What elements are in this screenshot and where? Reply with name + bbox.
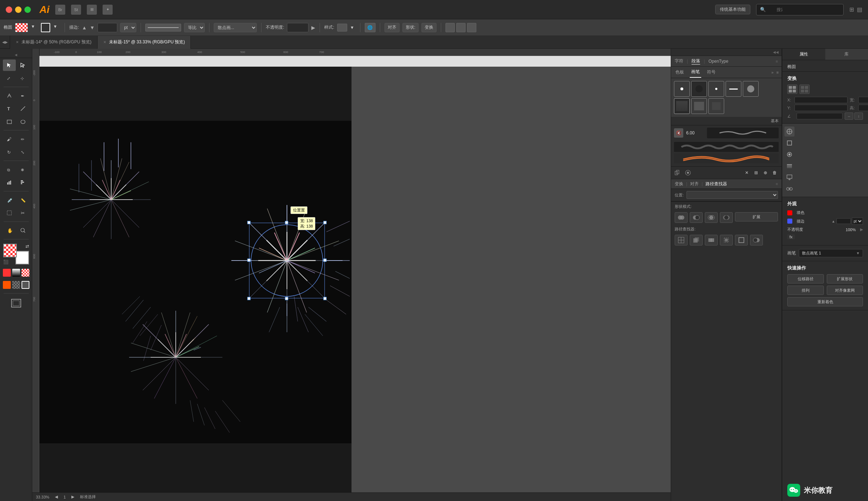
brush-new-icon[interactable]: ⊕ xyxy=(761,169,769,177)
angle-input[interactable]: 354.7 xyxy=(797,113,843,119)
pf-crop-btn[interactable] xyxy=(720,235,733,245)
align-button[interactable]: 对齐 xyxy=(385,23,400,32)
stock-icon[interactable]: St xyxy=(71,5,81,15)
tab-1[interactable]: ✕ 未标题-15* @ 33.33% (RGB/GPU 预览) xyxy=(98,36,191,49)
hand-tool[interactable]: ✋ xyxy=(3,225,16,236)
opacity-arrow-icon2[interactable]: ▶ xyxy=(860,227,863,232)
brush-item-6[interactable] xyxy=(691,98,707,114)
fill-dropdown-icon[interactable]: ▼ xyxy=(31,24,38,31)
brush-delete-icon[interactable]: ✕ xyxy=(743,169,751,177)
opentype-tab[interactable]: OpenType xyxy=(708,59,728,64)
pf-unite-btn[interactable] xyxy=(675,212,688,223)
fill-color[interactable] xyxy=(3,244,17,257)
brush-panel-menu-icon[interactable]: ≡ xyxy=(777,70,779,75)
symbol-tool[interactable]: ❋ xyxy=(16,164,29,175)
stroke-unit-select[interactable]: pt xyxy=(120,23,136,32)
swatch-orange[interactable] xyxy=(3,281,11,289)
flip-h-icon[interactable]: ↔ xyxy=(845,113,853,120)
workspace-button[interactable]: 传统基本功能 xyxy=(715,5,750,14)
swatches-tab[interactable]: 色板 xyxy=(674,67,685,78)
fill-indicator-icon[interactable] xyxy=(787,210,792,215)
panel-expand-icon[interactable]: ◀◀ xyxy=(773,50,779,54)
grid-align-icon[interactable] xyxy=(787,85,797,94)
brush-mute-icon[interactable]: 🔇 xyxy=(674,128,683,138)
opacity-input[interactable]: 100% xyxy=(287,23,308,32)
brush-item-7[interactable] xyxy=(708,98,724,114)
h-input[interactable]: 132.28 xyxy=(858,105,868,111)
brush-selector[interactable]: 散点画笔 1 ▼ xyxy=(799,249,863,257)
brush-item-5[interactable] xyxy=(674,98,690,114)
close-button[interactable] xyxy=(6,6,12,13)
brush-trash-icon[interactable]: 🗑 xyxy=(771,169,779,177)
brush-item-3[interactable] xyxy=(726,81,741,97)
stroke-color[interactable] xyxy=(15,251,29,264)
workspace-switcher-icon[interactable]: ⊞ xyxy=(87,5,97,15)
color-mode-gradient[interactable] xyxy=(12,269,20,277)
blend-tool[interactable]: ⧉ xyxy=(3,164,16,175)
brushes-tab[interactable]: 画笔 xyxy=(690,67,701,78)
opacity-arrow-icon[interactable]: ▶ xyxy=(311,25,315,30)
w-input[interactable]: 132.28 xyxy=(858,97,868,103)
stroke-dropdown-icon[interactable]: ▼ xyxy=(53,24,60,31)
pf-outline-btn[interactable] xyxy=(735,235,748,245)
properties-tab[interactable]: 属性 xyxy=(782,49,825,60)
transform-button[interactable]: 变换 xyxy=(421,23,437,32)
text-panel-menu-icon[interactable]: ≡ xyxy=(776,59,778,63)
position-select[interactable] xyxy=(687,191,778,199)
pf-menu-icon[interactable]: ≡ xyxy=(776,182,778,186)
color-mode-color[interactable] xyxy=(3,269,11,277)
rect-tool[interactable] xyxy=(3,116,16,127)
globe-icon[interactable]: 🌐 xyxy=(365,23,376,32)
minimize-button[interactable] xyxy=(15,6,22,13)
toolbar-collapse[interactable]: ◀ xyxy=(0,52,32,58)
select-tool[interactable] xyxy=(3,59,16,71)
brush-panel-expand-icon[interactable]: » xyxy=(771,70,773,75)
brush-item-1[interactable] xyxy=(691,81,707,97)
btn1-icon[interactable] xyxy=(445,23,455,32)
reset-color-btn[interactable]: 重新着色 xyxy=(787,297,863,306)
tab-close-0[interactable]: ✕ xyxy=(16,40,19,44)
stroke-unit-select2[interactable]: pt xyxy=(852,218,863,225)
align-tab-label[interactable]: 对齐 xyxy=(690,181,699,187)
color-mode-none[interactable] xyxy=(22,269,29,277)
offset-path-btn[interactable]: 位移路径 xyxy=(787,274,824,283)
pencil-tool[interactable]: ✏ xyxy=(16,133,29,145)
btn2-icon[interactable] xyxy=(456,23,466,32)
bar-chart-tool[interactable] xyxy=(16,177,29,188)
eyedropper-tool[interactable]: 💉 xyxy=(3,194,16,206)
show-brush-kinds-icon[interactable] xyxy=(684,169,692,177)
measure-tool[interactable]: 📏 xyxy=(16,194,29,206)
scale-tool[interactable]: ⤡ xyxy=(16,146,29,158)
tab-close-1[interactable]: ✕ xyxy=(103,40,106,44)
document-canvas[interactable]: 位置置 宽: 138 高: 138 xyxy=(39,67,352,497)
bridge-icon[interactable]: Br xyxy=(55,5,65,15)
pf-intersect-btn[interactable] xyxy=(705,212,718,223)
layers-panel-icon[interactable] xyxy=(784,161,794,171)
stock-search-input[interactable] xyxy=(768,6,840,14)
pf-trim-btn[interactable] xyxy=(690,235,703,245)
style-swatch[interactable] xyxy=(337,24,347,32)
stroke-up-arrow[interactable]: ▲ xyxy=(831,219,835,223)
transform-tab-label[interactable]: 变换 xyxy=(675,181,683,187)
paintbrush-tool[interactable]: 🖌 xyxy=(3,133,16,145)
stroke-up-icon[interactable]: ▲ xyxy=(82,25,87,30)
swap-colors-icon[interactable]: ⇄ xyxy=(25,244,29,249)
artboard-btn[interactable] xyxy=(10,298,22,309)
pathfinder-tab-label[interactable]: 路径查找器 xyxy=(706,181,727,187)
brush-dropdown-icon[interactable]: ▼ xyxy=(856,251,860,255)
pf-expand-btn[interactable]: 扩展 xyxy=(735,212,778,221)
arrange-btn[interactable]: 排列 xyxy=(787,286,824,295)
line-tool[interactable] xyxy=(16,103,29,114)
brush-item-4[interactable] xyxy=(743,81,759,97)
pen-tool[interactable] xyxy=(3,90,16,101)
warp-tool[interactable]: ⤢ xyxy=(3,72,16,84)
type-tool[interactable]: T xyxy=(3,103,16,114)
shape-button[interactable]: 形状: xyxy=(402,23,419,32)
y-input[interactable]: 147.38 r xyxy=(794,105,848,111)
swatch-checkered[interactable] xyxy=(12,281,20,289)
tab-collapse-icon[interactable]: ◀▶ xyxy=(0,36,10,49)
chart-tool[interactable] xyxy=(3,177,16,188)
link-panel-icon[interactable] xyxy=(784,184,794,194)
canvas-area[interactable]: -100 0 100 200 300 400 500 600 700 -200 … xyxy=(32,49,671,501)
export-panel-icon[interactable] xyxy=(784,172,794,182)
